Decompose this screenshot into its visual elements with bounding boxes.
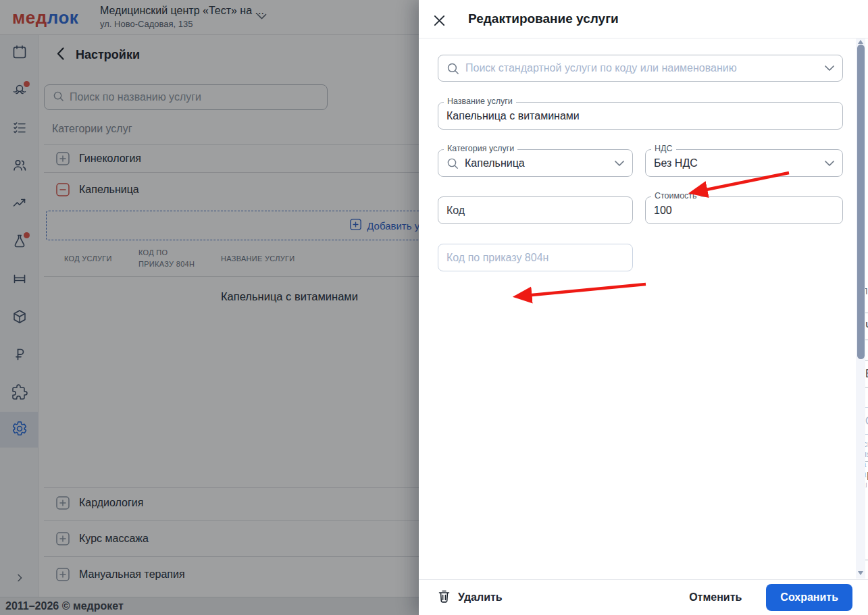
equipment-type-placeholder: Вид оборудования (865, 368, 868, 380)
save-button[interactable]: Сохранить (766, 584, 852, 611)
drawer-scrollbar-thumb[interactable] (857, 45, 865, 359)
delete-label: Удалить (458, 591, 503, 604)
delete-button[interactable]: Удалить (438, 589, 503, 606)
vat-select[interactable]: НДС Без НДС (645, 149, 843, 177)
code-field[interactable] (438, 196, 633, 224)
search-icon (446, 157, 459, 169)
cancel-button[interactable]: Отменить (689, 591, 742, 604)
service-name-field[interactable]: Название услуги (438, 102, 843, 130)
chevron-down-icon[interactable] (825, 161, 834, 166)
vat-value: Без НДС (654, 157, 698, 169)
category-select[interactable]: Категория услуги Капельница (438, 149, 633, 177)
code-input[interactable] (446, 205, 624, 217)
equipment-placeholder: Оборудование (865, 415, 868, 427)
edit-service-drawer: Редактирование услуги Название услуги Ка… (419, 0, 868, 615)
order-code-field[interactable] (438, 244, 633, 271)
scrollbar-down-arrow[interactable] (858, 571, 863, 575)
standard-service-search-select[interactable] (438, 55, 843, 82)
order-code-input[interactable] (446, 252, 624, 264)
hours-placeholder: Часы (865, 321, 868, 333)
drawer-title: Редактирование услуги (468, 11, 619, 26)
scrollbar-up-arrow[interactable] (858, 40, 863, 44)
close-icon[interactable] (432, 12, 449, 28)
category-label: Категория услуги (444, 144, 517, 153)
drawer-header: Редактирование услуги (419, 0, 868, 38)
price-label: Стоимость (651, 191, 700, 200)
drawer-footer: Удалить Отменить Сохранить (419, 579, 868, 615)
service-name-input[interactable] (446, 110, 834, 122)
price-field[interactable]: Стоимость (645, 196, 843, 224)
vat-label: НДС (651, 144, 676, 153)
app-window: медлок Медицинский центр «Тест» на ... у… (0, 0, 868, 615)
trash-icon (438, 589, 451, 606)
standard-service-search-input[interactable] (465, 62, 819, 74)
chevron-down-icon[interactable] (825, 65, 834, 71)
chevron-down-icon[interactable] (615, 161, 624, 166)
search-icon (446, 62, 459, 75)
service-name-label: Название услуги (444, 97, 516, 106)
category-value: Капельница (465, 157, 525, 169)
price-input[interactable] (654, 205, 834, 217)
